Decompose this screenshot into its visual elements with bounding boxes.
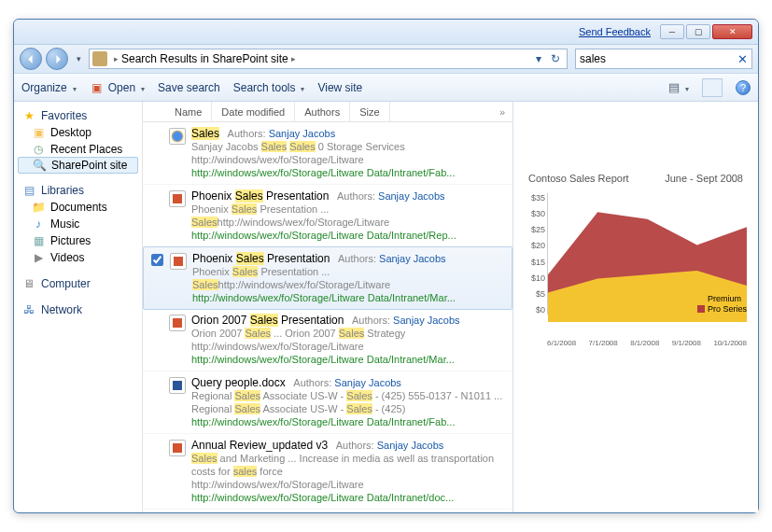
navigation-row: ▸ Search Results in SharePoint site ▸ ▾ …	[14, 45, 758, 74]
col-authors[interactable]: Authors	[295, 102, 350, 121]
authors-label: Authors:	[228, 128, 266, 139]
search-input[interactable]: sales	[580, 52, 737, 65]
result-snippet: Phoenix Sales Presentation ... Saleshttp…	[192, 265, 504, 291]
nav-sharepoint-site[interactable]: 🔍SharePoint site	[18, 157, 138, 174]
col-name[interactable]: Name	[165, 102, 212, 121]
nav-computer[interactable]: 🖥Computer	[18, 275, 138, 292]
close-button[interactable]: ✕	[712, 24, 752, 39]
ppt-file-icon	[169, 315, 186, 331]
result-url: http://windows/wex/fo/Storage/Litware Da…	[191, 353, 505, 366]
view-site-button[interactable]: View site	[317, 81, 362, 94]
author-link[interactable]: Sanjay Jacobs	[377, 440, 444, 451]
desktop-icon: ▣	[31, 125, 46, 140]
breadcrumb[interactable]: Search Results in SharePoint site	[121, 52, 288, 65]
pictures-icon: ▦	[31, 233, 46, 248]
doc-file-icon	[169, 377, 186, 394]
result-title: Query people.docx	[191, 376, 286, 389]
authors-label: Authors:	[352, 315, 390, 326]
authors-label: Authors:	[293, 377, 331, 388]
forward-button[interactable]	[46, 48, 68, 70]
back-button[interactable]	[20, 48, 42, 70]
search-box[interactable]: sales ✕	[575, 49, 752, 69]
result-title: Annual Review_updated v3	[191, 439, 328, 452]
open-icon: ▣	[90, 80, 105, 95]
ppt-file-icon	[169, 440, 186, 456]
result-url: http://windows/wex/fo/Storage/Litware Da…	[191, 415, 505, 428]
search-result[interactable]: Sales Authors: Sanjay JacobsSanjay Jacob…	[143, 122, 512, 185]
preview-title: Contoso Sales Report	[528, 173, 629, 184]
result-url: http://windows/wex/fo/Storage/Litware Da…	[192, 291, 504, 304]
preview-pane-toggle[interactable]	[702, 78, 723, 97]
result-snippet: Sales and Marketing ... Increase in medi…	[191, 452, 505, 478]
search-tools-menu[interactable]: Search tools	[233, 81, 305, 94]
author-link[interactable]: Sanjay Jacobs	[269, 128, 336, 139]
author-link[interactable]: Sanjay Jacobs	[334, 377, 401, 388]
authors-label: Authors:	[337, 190, 375, 202]
send-feedback-link[interactable]: Send Feedback	[579, 26, 651, 37]
refresh-icon[interactable]: ↻	[547, 50, 564, 67]
nav-desktop[interactable]: ▣Desktop	[18, 124, 138, 141]
nav-pictures[interactable]: ▦Pictures	[18, 232, 138, 249]
search-result[interactable]: Phoenix Sales Presentation Authors: Sanj…	[143, 246, 512, 310]
nav-recent-places[interactable]: ◷Recent Places	[18, 141, 138, 158]
ie-file-icon	[169, 128, 186, 145]
folder-icon: 📁	[31, 200, 46, 215]
preview-pane: Contoso Sales Report June - Sept 2008 $3…	[513, 102, 758, 512]
titlebar: Send Feedback ─ ▢ ✕	[14, 20, 758, 45]
authors-label: Authors:	[338, 253, 376, 264]
legend-swatch-premium	[697, 295, 705, 302]
search-result[interactable]: Query people.docx Authors: Sanjay Jacobs…	[143, 371, 512, 434]
view-options-button[interactable]: ▤	[668, 80, 689, 94]
result-checkbox[interactable]	[151, 254, 163, 266]
author-link[interactable]: Sanjay Jacobs	[378, 190, 445, 202]
col-date[interactable]: Date modified	[212, 102, 295, 121]
result-snippet2: http://windows/wex/fo/Storage/Litware	[191, 478, 505, 491]
address-bar[interactable]: ▸ Search Results in SharePoint site ▸ ▾ …	[89, 49, 568, 69]
search-result[interactable]: Annual Review_updated v3 Authors: Sanjay…	[143, 510, 512, 512]
nav-network[interactable]: 🖧Network	[18, 301, 138, 318]
network-icon: 🖧	[21, 302, 36, 317]
star-icon: ★	[21, 108, 36, 123]
minimize-button[interactable]: ─	[660, 24, 684, 39]
col-more[interactable]: »	[492, 102, 512, 121]
save-search-button[interactable]: Save search	[158, 81, 220, 94]
author-link[interactable]: Sanjay Jacobs	[379, 253, 446, 264]
search-result[interactable]: Annual Review_updated v3 Authors: Sanjay…	[143, 434, 512, 510]
nav-history-dropdown[interactable]	[72, 48, 85, 70]
results-list[interactable]: Sales Authors: Sanjay JacobsSanjay Jacob…	[143, 122, 512, 512]
result-snippet: Regional Sales Associate US-W - Sales - …	[191, 389, 505, 415]
toolbar: Organize ▣ Open Save search Search tools…	[14, 74, 758, 102]
open-button[interactable]: ▣ Open	[90, 80, 145, 95]
navigation-pane: ★Favorites ▣Desktop ◷Recent Places 🔍Shar…	[14, 102, 143, 512]
search-result[interactable]: Orion 2007 Sales Presentation Authors: S…	[143, 309, 512, 371]
preview-date-range: June - Sept 2008	[665, 173, 743, 184]
col-size[interactable]: Size	[350, 102, 389, 121]
author-link[interactable]: Sanjay Jacobs	[393, 315, 460, 326]
authors-label: Authors:	[336, 440, 374, 451]
favorites-header[interactable]: ★Favorites	[18, 107, 138, 124]
maximize-button[interactable]: ▢	[686, 24, 710, 39]
addr-dropdown-icon[interactable]: ▾	[530, 50, 547, 67]
organize-menu[interactable]: Organize	[21, 81, 77, 94]
result-url: http://windows/wex/fo/Storage/Litware Da…	[191, 229, 505, 242]
preview-chart: $35$30$25$20$15$10$5$0 Premium Pro Serie…	[523, 193, 747, 347]
music-icon: ♪	[31, 217, 46, 231]
result-title: Phoenix Sales Presentation	[191, 189, 329, 203]
location-icon	[92, 51, 107, 66]
result-title: Orion 2007 Sales Presentation	[191, 314, 344, 327]
nav-music[interactable]: ♪Music	[18, 216, 138, 232]
search-result[interactable]: Phoenix Sales Presentation Authors: Sanj…	[143, 185, 512, 247]
result-snippet: Orion 2007 Sales ... Orion 2007 Sales St…	[191, 327, 505, 353]
result-url: http://windows/wex/fo/Storage/Litware Da…	[191, 166, 505, 179]
recent-icon: ◷	[31, 142, 46, 157]
help-icon[interactable]: ?	[736, 80, 751, 95]
videos-icon: ▶	[31, 250, 46, 265]
search-icon: 🔍	[32, 158, 47, 173]
result-snippet2: http://windows/wex/fo/Storage/Litware	[191, 153, 505, 166]
nav-documents[interactable]: 📁Documents	[18, 199, 138, 216]
legend-swatch-proseries	[697, 305, 705, 313]
result-title: Phoenix Sales Presentation	[192, 252, 330, 265]
libraries-header[interactable]: ▤Libraries	[18, 182, 138, 199]
clear-search-icon[interactable]: ✕	[737, 52, 748, 66]
nav-videos[interactable]: ▶Videos	[18, 249, 138, 266]
